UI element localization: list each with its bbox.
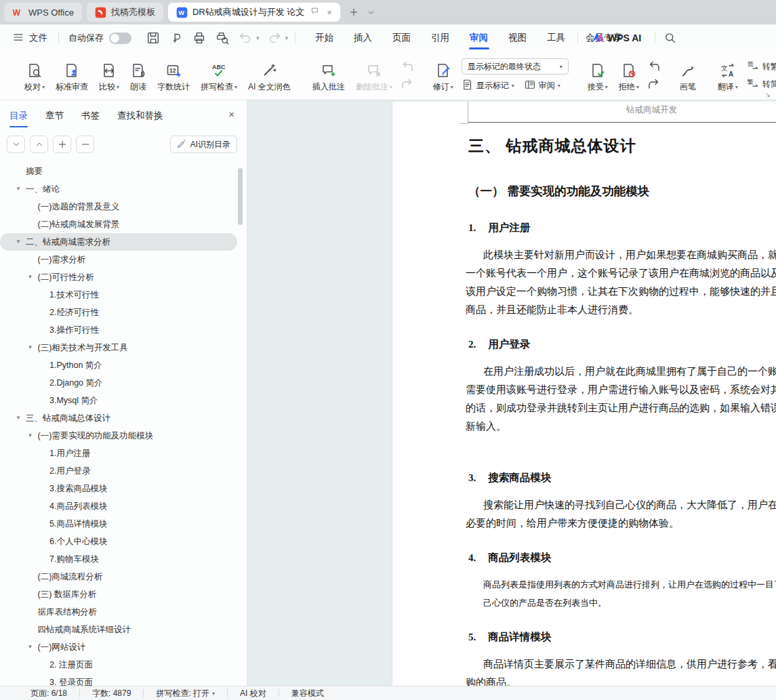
toc-item[interactable]: 5.商品详情模块: [0, 515, 237, 533]
ribbon-button-next-comment[interactable]: [399, 77, 415, 92]
toc-item[interactable]: (二)钻戒商城发展背景: [0, 215, 237, 233]
toc-item[interactable]: 7.购物车模块: [0, 550, 237, 568]
print-icon[interactable]: [191, 30, 207, 46]
toc-item[interactable]: (一)选题的背景及意义: [0, 198, 237, 215]
toc-item[interactable]: 2.Django 简介: [0, 374, 237, 392]
toc-tab-章节[interactable]: 章节: [45, 100, 64, 131]
ribbon-button-compare[interactable]: 比较▾: [94, 54, 125, 98]
new-tab-button[interactable]: [345, 3, 363, 21]
ribbon-button-standard-review[interactable]: 标准审查: [50, 54, 94, 98]
menu-tab-视图[interactable]: 视图: [498, 24, 537, 52]
markup-state-select[interactable]: 显示标记的最终状态▾: [462, 58, 569, 75]
toc-item[interactable]: 4.商品列表模块: [0, 497, 237, 515]
toc-plus-button[interactable]: [53, 136, 71, 153]
autosave-control[interactable]: 自动保存: [59, 32, 141, 44]
ribbon-button-translate[interactable]: 文A 翻译▾: [712, 54, 743, 98]
toc-item[interactable]: ▼(一)网站设计: [0, 638, 237, 656]
ribbon-button-track-changes[interactable]: 修订▾: [428, 54, 459, 98]
tab-list-caret-icon[interactable]: [363, 3, 380, 21]
toc-item[interactable]: 3. 登录页面: [0, 674, 237, 686]
ribbon-button-prev-change[interactable]: [646, 60, 662, 75]
undo-icon[interactable]: [237, 30, 253, 46]
status-spellcheck[interactable]: 拼写检查: 打开▾: [144, 688, 227, 699]
window-tab-1[interactable]: W WPS Office: [4, 3, 82, 22]
toc-item[interactable]: ▼(一)需要实现的功能及功能模块: [0, 427, 237, 445]
toc-item[interactable]: ▼二、钻戒商城需求分析: [0, 233, 237, 251]
toc-item[interactable]: (一)需求分析: [0, 251, 237, 268]
tree-collapse-arrow-icon[interactable]: ▼: [28, 432, 33, 438]
print-preview-icon[interactable]: [214, 30, 230, 46]
ribbon-button-word-count[interactable]: 12 字数统计: [152, 54, 195, 98]
menu-tab-页面[interactable]: 页面: [382, 24, 421, 52]
toc-item[interactable]: ▼一、绪论: [0, 180, 237, 198]
redo-icon[interactable]: [266, 30, 283, 46]
toc-item[interactable]: 1.技术可行性: [0, 286, 237, 304]
ribbon-button-next-change[interactable]: [646, 77, 662, 92]
ribbon-button-delete-comment[interactable]: 删除批注▾: [350, 54, 398, 98]
ribbon-button-read-aloud[interactable]: 朗读: [125, 54, 152, 98]
toc-item[interactable]: 3.搜索商品模块: [0, 480, 237, 497]
ribbon-button-proofread[interactable]: 校对▾: [19, 54, 50, 98]
collapse-ribbon-icon[interactable]: ↘: [765, 91, 771, 98]
toc-item[interactable]: 3.Mysql 简介: [0, 392, 237, 409]
toc-item[interactable]: ▼(二)可行性分析: [0, 268, 237, 286]
toc-item[interactable]: (三) 数据库分析: [0, 585, 237, 603]
tab-close-icon[interactable]: ×: [327, 7, 332, 18]
ribbon-button-accept[interactable]: 接受▾: [582, 54, 613, 98]
toc-item[interactable]: 2.经济可行性: [0, 304, 237, 321]
tab-comment-icon[interactable]: [310, 6, 321, 18]
toc-item[interactable]: 四钻戒商城系统详细设计: [0, 621, 237, 638]
toc-item[interactable]: 摘要: [0, 163, 237, 180]
window-tab-3[interactable]: W DR钻戒商城设计与开发 论文 ×: [168, 3, 340, 22]
close-panel-icon[interactable]: ×: [228, 108, 234, 120]
ribbon-button-ai-polish[interactable]: AI 全文润色: [243, 54, 296, 98]
toc-item[interactable]: ▼(三)相关技术与开发工具: [0, 339, 237, 356]
ribbon-button-show-markup[interactable]: 显示标记▾: [462, 79, 514, 93]
window-tab-2[interactable]: 找稿壳模板: [87, 3, 163, 22]
ribbon-button-reject[interactable]: 拒绝▾: [613, 54, 645, 98]
wps-ai-button[interactable]: WPS AI: [585, 32, 648, 45]
toc-item[interactable]: 2. 注册页面: [0, 656, 237, 674]
toc-item[interactable]: 3.操作可行性: [0, 321, 237, 339]
menu-tab-引用[interactable]: 引用: [421, 24, 460, 52]
document-page[interactable]: 钻戒商城开发 三、 钻戒商城总体设计 （一） 需要实现的功能及功能模块 1.用户…: [392, 102, 776, 686]
menu-tab-工具[interactable]: 工具: [537, 24, 575, 52]
ribbon-button-pen[interactable]: 画笔: [674, 54, 701, 98]
export-pdf-icon[interactable]: [168, 30, 184, 46]
toc-minus-button[interactable]: [76, 136, 94, 153]
toc-chevron-up-button[interactable]: [30, 136, 48, 153]
ribbon-button-insert-comment[interactable]: 插入批注: [307, 54, 350, 98]
toc-tab-目录[interactable]: 目录: [9, 100, 28, 131]
toc-item[interactable]: 据库表结构分析: [0, 603, 237, 621]
toc-item[interactable]: 2.用户登录: [0, 462, 237, 480]
save-icon[interactable]: [145, 30, 161, 46]
menu-tab-插入[interactable]: 插入: [344, 24, 382, 52]
toc-item[interactable]: 1.用户注册: [0, 445, 237, 462]
tree-collapse-arrow-icon[interactable]: ▼: [16, 415, 21, 421]
toc-tab-查找和替换[interactable]: 查找和替换: [117, 100, 163, 131]
menu-tab-开始[interactable]: 开始: [305, 24, 344, 52]
undo-caret-icon[interactable]: ▾: [256, 35, 260, 41]
toc-tab-书签[interactable]: 书签: [81, 100, 100, 131]
tree-collapse-arrow-icon[interactable]: ▼: [16, 239, 21, 245]
ribbon-button-review-pane[interactable]: 审阅▾: [524, 79, 560, 93]
ai-recognize-toc-button[interactable]: AI识别目录: [170, 136, 237, 153]
toc-item[interactable]: (二)商城流程分析: [0, 568, 237, 585]
ribbon-button-to-simplified[interactable]: 繁转简: [746, 77, 776, 92]
toc-item[interactable]: 6.个人中心模块: [0, 533, 237, 550]
tree-collapse-arrow-icon[interactable]: ▼: [28, 344, 33, 350]
search-icon[interactable]: [662, 30, 678, 46]
menu-tab-审阅[interactable]: 审阅: [460, 24, 498, 52]
redo-caret-icon[interactable]: ▾: [285, 35, 289, 41]
file-menu-button[interactable]: 文件: [0, 31, 58, 45]
toc-item[interactable]: ▼三、钻戒商城总体设计: [0, 409, 237, 427]
autosave-toggle[interactable]: [109, 33, 131, 44]
tree-collapse-arrow-icon[interactable]: ▼: [28, 274, 33, 280]
status-ai-proof[interactable]: AI 校对: [228, 688, 279, 699]
ribbon-button-to-traditional[interactable]: 简转繁: [746, 59, 776, 75]
ribbon-button-prev-comment[interactable]: [399, 60, 415, 75]
toc-chevron-down-button[interactable]: [7, 136, 25, 153]
toc-scrollbar[interactable]: [238, 168, 243, 225]
tree-collapse-arrow-icon[interactable]: ▼: [16, 186, 21, 192]
toc-item[interactable]: 1.Python 简介: [0, 356, 237, 374]
